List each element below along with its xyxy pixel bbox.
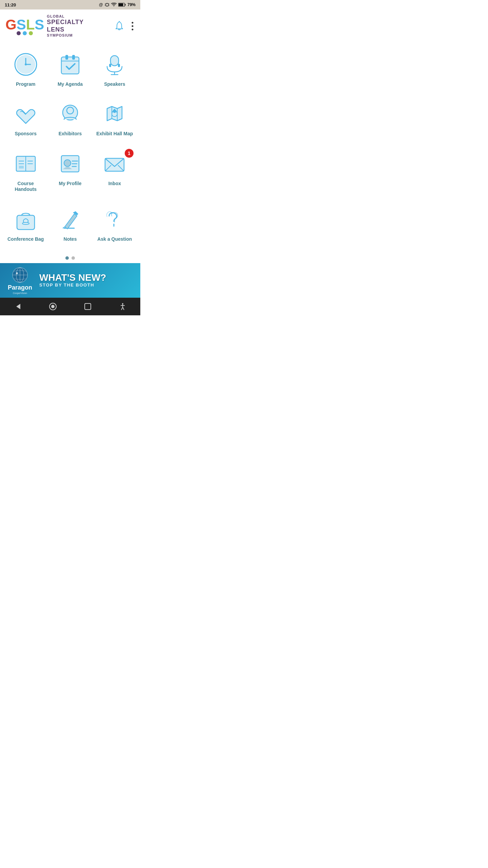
status-bar: 11:20 @ 79%: [0, 0, 140, 9]
banner-paragon-text: Paragon: [8, 284, 32, 291]
program-label: Program: [16, 81, 36, 87]
at-sign-icon: @: [99, 2, 103, 7]
conference-bag-icon: [12, 206, 39, 233]
exhibitors-icon: [57, 100, 84, 127]
logo-text: GLOBAL SPECIALTY LENS SYMPOSIUM: [47, 14, 84, 38]
grid-item-course-handouts[interactable]: Course Handouts: [3, 144, 48, 200]
more-options-button[interactable]: [130, 20, 135, 32]
grid-item-exhibitors[interactable]: Exhibitors: [48, 94, 92, 144]
logo-symposium: SYMPOSIUM: [47, 33, 84, 38]
dot-1[interactable]: [65, 256, 69, 260]
accessibility-icon: [119, 302, 127, 311]
svg-rect-0: [106, 3, 108, 6]
ask-a-question-label: Ask a Question: [97, 236, 132, 242]
svg-line-65: [121, 307, 123, 310]
bell-icon: [115, 21, 124, 31]
banner-text: WHAT'S NEW? STOP BY THE BOOTH: [39, 273, 106, 288]
ask-a-question-icon: [101, 206, 128, 233]
grid-item-my-profile[interactable]: My Profile: [48, 144, 92, 200]
svg-rect-23: [72, 55, 75, 60]
svg-point-42: [64, 160, 71, 166]
inbox-badge: 1: [125, 149, 134, 158]
inbox-icon: [101, 150, 128, 177]
logo-global: GLOBAL: [47, 14, 84, 19]
battery-icon: [118, 3, 126, 7]
grid-item-my-agenda[interactable]: My Agenda: [48, 45, 92, 95]
svg-point-8: [17, 31, 21, 35]
app-header: G S L S GLOBAL SPECIALTY LENS SYMPOSIUM: [0, 9, 140, 41]
my-profile-icon: [57, 150, 84, 177]
back-icon: [14, 302, 22, 311]
notes-icon: [57, 206, 84, 233]
logo-lens: LENS: [47, 26, 84, 34]
banner-sub: STOP BY THE BOOTH: [39, 282, 106, 288]
header-actions: [113, 20, 135, 33]
app-logo: G S L S GLOBAL SPECIALTY LENS SYMPOSIUM: [5, 14, 84, 38]
logo-letter-s2: S: [35, 17, 44, 33]
back-button[interactable]: [12, 300, 24, 313]
more-options-icon: [131, 22, 134, 31]
logo-letter-s: S: [17, 17, 26, 33]
svg-rect-24: [110, 56, 119, 66]
logo-circle-3: [28, 31, 33, 36]
exhibit-hall-map-label: Exhibit Hall Map: [96, 131, 133, 137]
my-agenda-icon: [57, 51, 84, 78]
bottom-nav: [0, 298, 140, 315]
accessibility-button[interactable]: [117, 300, 129, 313]
grid-item-sponsors[interactable]: Sponsors: [3, 94, 48, 144]
grid-item-inbox[interactable]: 1 Inbox: [93, 144, 137, 200]
svg-rect-27: [109, 64, 111, 67]
my-profile-label: My Profile: [59, 181, 82, 186]
logo-circle-1: [16, 31, 21, 36]
notification-button[interactable]: [113, 20, 125, 33]
banner-cooper-text: CooperVision: [13, 292, 27, 294]
svg-marker-58: [16, 304, 20, 309]
svg-rect-7: [119, 3, 123, 6]
conference-bag-label: Conference Bag: [7, 236, 44, 242]
status-icons: @ 79%: [99, 2, 136, 7]
logo-specialty: SPECIALTY: [47, 19, 84, 26]
vibrate-icon: [105, 2, 109, 7]
exhibitors-label: Exhibitors: [59, 131, 82, 137]
program-icon: [12, 51, 39, 78]
banner-headline: WHAT'S NEW?: [39, 273, 106, 282]
logo-letter-g: G: [5, 17, 17, 33]
svg-point-10: [29, 31, 33, 35]
exhibit-hall-map-icon: [101, 100, 128, 127]
wifi-icon: [111, 3, 117, 7]
svg-point-57: [16, 272, 18, 274]
course-handouts-label: Course Handouts: [6, 181, 45, 192]
banner-globe-icon: [12, 267, 28, 283]
status-time: 11:20: [5, 2, 16, 7]
recent-apps-icon: [84, 303, 92, 310]
svg-rect-6: [125, 4, 125, 6]
dot-2[interactable]: [72, 256, 75, 260]
svg-rect-22: [65, 55, 68, 60]
svg-point-19: [25, 63, 27, 65]
sponsors-icon: [12, 100, 39, 127]
svg-line-66: [123, 307, 124, 310]
speakers-icon: [101, 51, 128, 78]
sponsors-label: Sponsors: [15, 131, 37, 137]
grid-item-speakers[interactable]: Speakers: [93, 45, 137, 95]
svg-point-13: [132, 25, 134, 27]
banner-ad[interactable]: Paragon CooperVision WHAT'S NEW? STOP BY…: [0, 263, 140, 298]
home-icon: [49, 302, 57, 311]
course-handouts-icon: [12, 150, 39, 177]
grid-item-notes[interactable]: Notes: [48, 200, 92, 250]
main-grid: Program My Agenda Speaker: [0, 41, 140, 250]
notes-label: Notes: [64, 236, 77, 242]
svg-point-14: [132, 28, 134, 30]
grid-item-ask-a-question[interactable]: Ask a Question: [93, 200, 137, 250]
svg-rect-20: [61, 57, 79, 74]
svg-point-62: [122, 303, 123, 304]
my-agenda-label: My Agenda: [58, 81, 83, 87]
recent-apps-button[interactable]: [82, 301, 94, 312]
svg-rect-38: [19, 166, 24, 169]
battery-percent: 79%: [127, 2, 136, 7]
svg-point-60: [51, 305, 55, 308]
home-button[interactable]: [47, 300, 59, 313]
grid-item-exhibit-hall-map[interactable]: Exhibit Hall Map: [93, 94, 137, 144]
grid-item-conference-bag[interactable]: Conference Bag: [3, 200, 48, 250]
grid-item-program[interactable]: Program: [3, 45, 48, 95]
